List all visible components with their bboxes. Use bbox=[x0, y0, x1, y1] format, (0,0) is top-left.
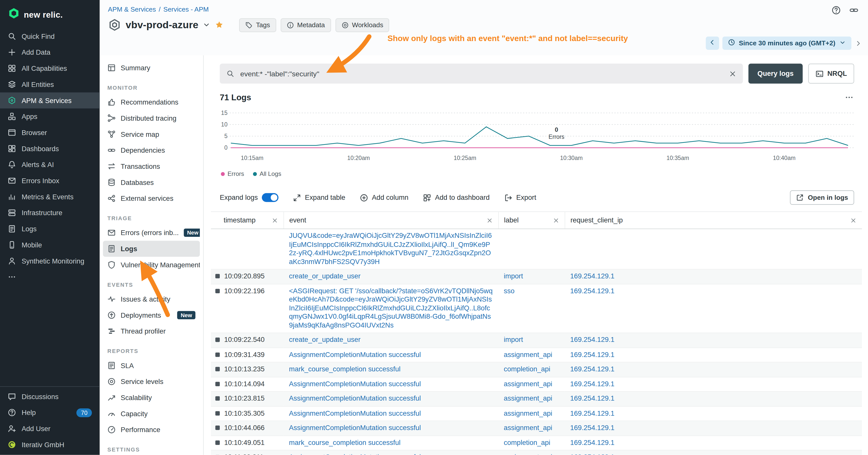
sidebar-item-apm-services[interactable]: APM & Services bbox=[0, 93, 99, 108]
log-ip-link[interactable]: 169.254.129.1 bbox=[570, 380, 615, 388]
log-row[interactable]: 10:10:23.815AssignmentCompletionMutation… bbox=[211, 391, 862, 406]
log-ip-link[interactable]: 169.254.129.1 bbox=[570, 365, 615, 373]
entity-nav-sla[interactable]: SLA bbox=[103, 358, 200, 373]
breadcrumb-link-services-apm[interactable]: Services - APM bbox=[163, 5, 209, 13]
sidebar-item-quick-find[interactable]: Quick Find bbox=[0, 28, 99, 44]
log-row[interactable]: 10:09:20.895create_or_update_userimport1… bbox=[211, 269, 862, 284]
entity-nav-vulnerability-management[interactable]: Vulnerability Management bbox=[103, 257, 200, 273]
entity-switcher-chevron-icon[interactable] bbox=[203, 21, 211, 29]
sidebar-item-dashboards[interactable]: Dashboards bbox=[0, 140, 99, 157]
remove-column-label-icon[interactable] bbox=[553, 217, 559, 223]
sidebar-item-browser[interactable]: Browser bbox=[0, 125, 99, 140]
sidebar-item-alerts-ai[interactable]: Alerts & AI bbox=[0, 157, 99, 173]
log-ip-link[interactable]: 169.254.129.1 bbox=[570, 453, 615, 455]
query-logs-button[interactable]: Query logs bbox=[748, 64, 803, 84]
remove-column-request_client_ip-icon[interactable] bbox=[850, 217, 857, 223]
remove-column-timestamp-icon[interactable] bbox=[272, 217, 278, 223]
log-event-link[interactable]: AssignmentCompletionMutation successful bbox=[289, 394, 421, 402]
favorite-star-icon[interactable] bbox=[215, 21, 224, 29]
sidebar-item-iterativ-gmbh[interactable]: Iterativ GmbH bbox=[0, 437, 99, 453]
add-column-button[interactable]: Add column bbox=[360, 194, 408, 202]
log-event-link[interactable]: AssignmentCompletionMutation successful bbox=[289, 424, 421, 431]
log-label-link[interactable]: sso bbox=[504, 287, 515, 295]
nrql-button[interactable]: NRQL bbox=[808, 64, 854, 84]
clear-query-icon[interactable] bbox=[729, 70, 737, 77]
log-label-link[interactable]: assignment_api bbox=[504, 394, 552, 402]
log-event-link[interactable]: mark_course_completion successful bbox=[289, 438, 401, 447]
log-event-link[interactable]: create_or_update_user bbox=[289, 272, 361, 280]
log-row[interactable]: 10:10:13.235mark_course_completion succe… bbox=[211, 362, 862, 377]
log-row[interactable]: 10:09:22.196<ASGIRequest: GET '/sso/call… bbox=[211, 284, 862, 333]
sidebar-item-add-data[interactable]: Add Data bbox=[0, 44, 99, 61]
log-label-link[interactable]: assignment_api bbox=[504, 380, 552, 388]
sidebar-item-apps[interactable]: Apps bbox=[0, 108, 99, 125]
log-event-link[interactable]: AssignmentCompletionMutation successful bbox=[289, 409, 421, 417]
entity-nav-errors-errors-inb[interactable]: Errors (errors inb...New bbox=[103, 225, 200, 241]
column-header-timestamp[interactable]: timestamp bbox=[211, 212, 283, 229]
log-ip-link[interactable]: 169.254.129.1 bbox=[570, 336, 615, 344]
entity-nav-recommendations[interactable]: Recommendations bbox=[103, 94, 200, 110]
log-ip-link[interactable]: 169.254.129.1 bbox=[570, 272, 615, 280]
row-marker[interactable] bbox=[215, 382, 220, 386]
workloads-button[interactable]: Workloads bbox=[336, 18, 390, 32]
log-event-link[interactable]: create_or_update_user bbox=[289, 336, 361, 344]
logs-query-input[interactable] bbox=[239, 69, 724, 78]
row-marker[interactable] bbox=[215, 352, 220, 357]
logs-query-bar[interactable] bbox=[220, 64, 743, 84]
entity-nav-performance[interactable]: Performance bbox=[103, 422, 200, 438]
legend-item-all-logs[interactable]: All Logs bbox=[253, 170, 281, 177]
time-picker[interactable]: Since 30 minutes ago (GMT+2) bbox=[722, 36, 851, 50]
log-label-link[interactable]: import bbox=[504, 272, 523, 280]
legend-item-errors[interactable]: Errors bbox=[221, 170, 244, 177]
log-ip-link[interactable]: 169.254.129.1 bbox=[570, 394, 615, 402]
tags-button[interactable]: Tags bbox=[240, 18, 276, 32]
row-marker[interactable] bbox=[215, 367, 220, 371]
entity-nav-capacity[interactable]: Capacity bbox=[103, 405, 200, 422]
entity-nav-databases[interactable]: Databases bbox=[103, 174, 200, 191]
column-header-event[interactable]: event bbox=[283, 212, 498, 229]
column-header-label[interactable]: label bbox=[498, 212, 565, 229]
log-label-link[interactable]: import bbox=[504, 336, 523, 344]
log-label-link[interactable]: completion_api bbox=[504, 438, 551, 447]
row-marker[interactable] bbox=[215, 440, 220, 445]
log-row[interactable]: 10:09:31.439AssignmentCompletionMutation… bbox=[211, 348, 862, 362]
log-label-link[interactable]: assignment_api bbox=[504, 424, 552, 431]
log-row[interactable]: 10:10:14.094AssignmentCompletionMutation… bbox=[211, 377, 862, 391]
metadata-button[interactable]: Metadata bbox=[280, 18, 331, 32]
entity-nav-logs[interactable]: Logs bbox=[103, 240, 200, 257]
sidebar-item-infrastructure[interactable]: Infrastructure bbox=[0, 205, 99, 221]
log-row[interactable]: 10:10:44.066AssignmentCompletionMutation… bbox=[211, 421, 862, 435]
entity-nav-issues-activity[interactable]: Issues & activity bbox=[103, 291, 200, 307]
entity-nav-service-levels[interactable]: Service levels bbox=[103, 373, 200, 390]
log-event-link[interactable]: mark_course_completion successful bbox=[289, 365, 401, 373]
log-row[interactable]: 10:11:00.311AssignmentCompletionMutation… bbox=[211, 450, 862, 455]
expand-table-button[interactable]: Expand table bbox=[292, 194, 345, 202]
breadcrumb-link-apm-services[interactable]: APM & Services bbox=[108, 5, 156, 13]
export-button[interactable]: Export bbox=[504, 194, 536, 202]
log-row[interactable]: 10:10:35.305AssignmentCompletionMutation… bbox=[211, 406, 862, 421]
entity-nav-service-map[interactable]: Service map bbox=[103, 126, 200, 142]
log-label-link[interactable]: assignment_api bbox=[504, 351, 552, 358]
row-marker[interactable] bbox=[215, 274, 220, 279]
entity-nav-deployments[interactable]: DeploymentsNew bbox=[103, 307, 200, 323]
help-icon[interactable] bbox=[832, 5, 841, 15]
row-marker[interactable] bbox=[215, 411, 220, 416]
log-label-link[interactable]: completion_api bbox=[504, 365, 551, 373]
remove-column-event-icon[interactable] bbox=[487, 217, 493, 223]
log-event-link[interactable]: JUQVU&code=eyJraWQiOiJjcGltY29yZV8wOTl1M… bbox=[289, 232, 492, 265]
entity-nav-transactions[interactable]: Transactions bbox=[103, 158, 200, 174]
log-row[interactable]: 10:10:49.051mark_course_completion succe… bbox=[211, 435, 862, 450]
log-row[interactable]: JUQVU&code=eyJraWQiOiJjcGltY29yZV8wOTl1M… bbox=[211, 229, 862, 269]
expand-logs-switch[interactable] bbox=[261, 193, 278, 202]
entity-nav-scalability[interactable]: Scalability bbox=[103, 390, 200, 405]
log-label-link[interactable]: assignment_api bbox=[504, 409, 552, 417]
open-in-logs-button[interactable]: Open in logs bbox=[790, 191, 854, 205]
permalink-icon[interactable] bbox=[849, 5, 859, 15]
log-event-link[interactable]: <ASGIRequest: GET '/sso/callback/?state=… bbox=[289, 287, 493, 329]
more-options-icon[interactable] bbox=[845, 93, 854, 101]
log-event-link[interactable]: AssignmentCompletionMutation successful bbox=[289, 453, 421, 455]
row-marker[interactable] bbox=[215, 425, 220, 430]
sidebar-item-more[interactable] bbox=[0, 269, 99, 285]
entity-nav-distributed-tracing[interactable]: Distributed tracing bbox=[103, 110, 200, 126]
sidebar-item-mobile[interactable]: Mobile bbox=[0, 237, 99, 253]
